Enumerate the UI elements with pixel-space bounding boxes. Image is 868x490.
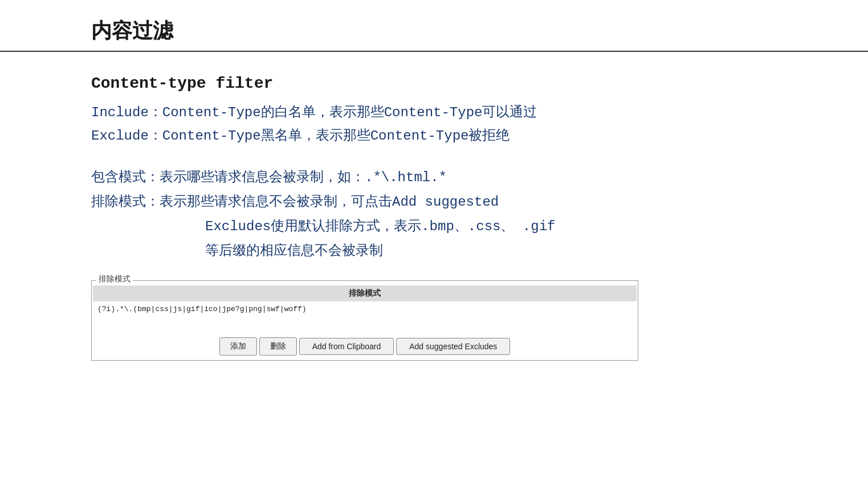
exclude-pattern-line3: 等后缀的相应信息不会被录制 bbox=[91, 239, 777, 263]
page-header: 内容过滤 bbox=[0, 0, 868, 52]
button-row: 添加 删除 Add from Clipboard Add suggested E… bbox=[92, 332, 638, 360]
table-cell-data: (?i).*\.(bmp|css|js|gif|ico|jpe?g|png|sw… bbox=[93, 303, 637, 316]
exclude-pattern-line2: Excludes使用默认排除方式，表示.bmp、.css、 .gif bbox=[91, 214, 777, 239]
table-row: (?i).*\.(bmp|css|js|gif|ico|jpe?g|png|sw… bbox=[93, 303, 637, 316]
table-row-empty bbox=[93, 317, 637, 330]
table-header: 排除模式 bbox=[93, 285, 637, 301]
filter-table: 排除模式 (?i).*\.(bmp|css|js|gif|ico|jpe?g|p… bbox=[92, 284, 638, 332]
filter-panel: 排除模式 排除模式 (?i).*\.(bmp|css|js|gif|ico|jp… bbox=[91, 280, 638, 361]
include-description: Include：Content-Type的白名单，表示那些Content-Typ… bbox=[91, 101, 777, 125]
add-clipboard-button[interactable]: Add from Clipboard bbox=[299, 338, 394, 355]
add-button[interactable]: 添加 bbox=[219, 337, 257, 356]
panel-legend: 排除模式 bbox=[96, 274, 133, 284]
exclude-pattern-line1: 排除模式：表示那些请求信息不会被录制，可点击Add suggested bbox=[91, 190, 777, 214]
exclude-description: Exclude：Content-Type黑名单，表示那些Content-Type… bbox=[91, 125, 777, 148]
description-block: Include：Content-Type的白名单，表示那些Content-Typ… bbox=[91, 101, 777, 148]
add-suggested-button[interactable]: Add suggested Excludes bbox=[396, 338, 510, 355]
page-title: 内容过滤 bbox=[91, 17, 868, 45]
include-pattern-line: 包含模式：表示哪些请求信息会被录制，如：.*\.html.* bbox=[91, 165, 777, 190]
section-heading: Content-type filter bbox=[91, 75, 777, 92]
pattern-description: 包含模式：表示哪些请求信息会被录制，如：.*\.html.* 排除模式：表示那些… bbox=[91, 165, 777, 264]
delete-button[interactable]: 删除 bbox=[259, 337, 297, 356]
main-content: Content-type filter Include：Content-Type… bbox=[0, 75, 868, 361]
